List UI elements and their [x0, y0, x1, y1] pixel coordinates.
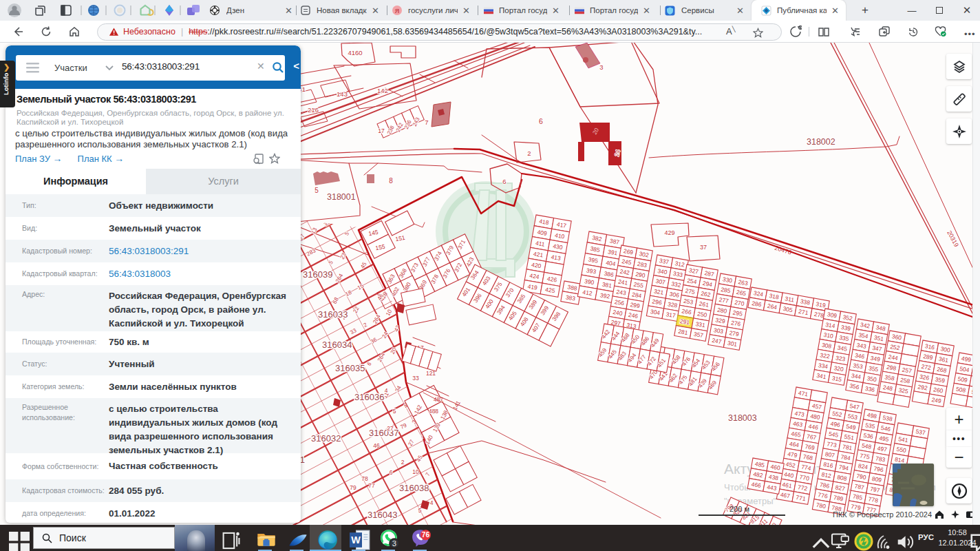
svg-text:6: 6 [390, 469, 393, 476]
svg-text:316036: 316036 [354, 392, 384, 402]
svg-text:3: 3 [599, 63, 603, 71]
svg-text:79: 79 [350, 484, 356, 491]
svg-text:142: 142 [377, 87, 388, 94]
svg-text:316039: 316039 [303, 269, 332, 280]
svg-text:216: 216 [308, 106, 319, 114]
svg-text:10: 10 [412, 468, 419, 475]
svg-text:143: 143 [337, 90, 348, 98]
svg-text:316032: 316032 [311, 433, 341, 444]
svg-text:5: 5 [315, 187, 319, 194]
svg-text:318003: 318003 [728, 413, 757, 423]
svg-text:27: 27 [387, 425, 394, 432]
svg-text:4160: 4160 [348, 49, 362, 56]
svg-text:318002: 318002 [807, 137, 835, 147]
svg-text:17: 17 [378, 127, 385, 134]
svg-text:487: 487 [434, 396, 443, 403]
svg-text:37: 37 [700, 244, 707, 251]
svg-text:318001: 318001 [327, 192, 356, 202]
svg-text:46: 46 [373, 442, 380, 449]
svg-text:4: 4 [385, 387, 388, 394]
svg-text:6: 6 [502, 178, 506, 185]
svg-text:316037: 316037 [369, 428, 398, 438]
svg-text:5: 5 [418, 507, 422, 514]
svg-text:W: W [351, 534, 361, 545]
svg-text:6: 6 [539, 117, 543, 125]
svg-text:2: 2 [401, 459, 405, 466]
svg-text:7: 7 [425, 118, 428, 126]
svg-text:316038: 316038 [399, 483, 429, 493]
svg-text:5: 5 [393, 408, 396, 415]
svg-text:2: 2 [527, 149, 531, 157]
svg-text:488: 488 [429, 408, 438, 415]
svg-text:316035: 316035 [335, 363, 365, 373]
svg-text:33: 33 [412, 375, 419, 382]
svg-text:316043: 316043 [368, 510, 397, 520]
svg-text:429: 429 [664, 229, 674, 236]
svg-text:Я: Я [395, 8, 399, 14]
svg-text:316034: 316034 [322, 340, 352, 350]
svg-text:78: 78 [361, 475, 368, 482]
svg-text:77: 77 [368, 482, 375, 489]
svg-text:8: 8 [389, 177, 393, 185]
svg-text:4: 4 [430, 499, 434, 506]
svg-text:316033: 316033 [318, 309, 348, 320]
svg-text:76: 76 [422, 531, 430, 539]
svg-text:3: 3 [392, 539, 396, 548]
